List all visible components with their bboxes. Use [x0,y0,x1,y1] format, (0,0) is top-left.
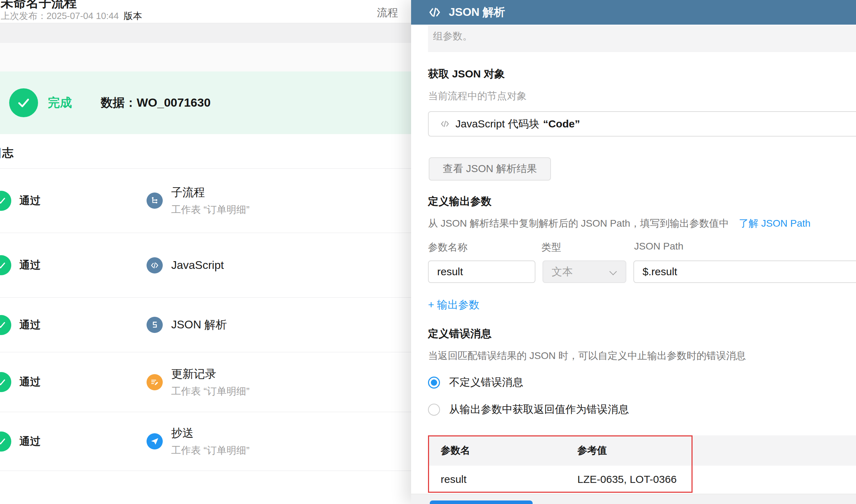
log-row-javascript[interactable]: 通过 JavaScript [0,233,411,298]
drawer-footer [411,494,856,504]
pass-check-icon [0,255,11,275]
pass-label: 通过 [19,318,41,332]
radio-from-output-label: 从输出参数中获取返回值作为错误消息 [449,402,629,417]
help-text-tail: 组参数。 [433,31,472,42]
output-params-desc: 从 JSON 解析结果中复制解析后的 JSON Path，填写到输出参数值中 [428,217,729,230]
json-source-node-field[interactable]: JavaScript 代码块 “Code” [428,111,856,137]
param-row: result 文本 $.result [411,260,856,283]
main-content: 未命名子流程 上次发布：2025-07-04 10:44 版本 流程 完成 数据… [0,0,411,504]
radio-row-from-output[interactable]: 从输出参数中获取返回值作为错误消息 [428,402,629,417]
view-json-result-button[interactable]: 查看 JSON 解析结果 [429,157,551,181]
get-json-heading: 获取 JSON 对象 [428,67,505,81]
save-button[interactable] [430,500,533,504]
result-table-col-value: 参考值 [577,444,607,457]
radio-selected-icon[interactable] [428,377,440,389]
drawer-title: JSON 解析 [449,5,505,20]
last-publish-text: 上次发布：2025-07-04 10:44 [1,10,119,22]
pass-check-icon [0,315,11,335]
error-message-desc: 当返回匹配错误结果的 JSON 时，可以自定义中止输出参数时的错误消息 [428,349,746,363]
toolbar-band [0,23,411,43]
code-icon [147,257,163,273]
step-subtitle: 工作表 “订单明细” [171,385,249,398]
pass-check-icon [0,372,11,392]
json-parse-icon [147,317,163,333]
step-title: 更新记录 [171,366,249,382]
pass-label: 通过 [19,194,41,208]
add-output-param-link[interactable]: + 输出参数 [428,298,479,312]
output-params-heading: 定义输出参数 [428,194,491,209]
step-title: 抄送 [171,426,249,441]
param-name-input[interactable]: result [428,260,535,283]
source-node-label: JavaScript 代码块 [455,117,539,131]
status-banner: 完成 数据：WO_0071630 [0,71,411,134]
update-record-icon [147,374,163,390]
col-param-type: 类型 [541,241,561,254]
log-row-subflow[interactable]: 通过 子流程 工作表 “订单明细” [0,169,411,233]
top-bar: 未命名子流程 上次发布：2025-07-04 10:44 版本 流程 [0,0,411,23]
tab-flow[interactable]: 流程 [377,6,398,20]
publish-meta: 上次发布：2025-07-04 10:44 版本 [1,10,142,23]
result-param-cell: result [441,473,466,485]
version-link[interactable]: 版本 [124,10,142,23]
log-row-update-record[interactable]: 通过 更新记录 工作表 “订单明细” [0,352,411,412]
result-table-header: 参数名 参考值 [428,435,856,466]
source-node-name: “Code” [543,118,580,130]
result-value-cell: LZE-0635, LOT-0366 [577,473,677,485]
pass-check-icon [0,431,11,452]
step-title: 子流程 [171,185,249,200]
code-icon [440,119,450,129]
learn-json-path-link[interactable]: 了解 JSON Path [739,217,811,230]
send-icon [147,433,163,449]
col-json-path: JSON Path [634,241,683,252]
pass-check-icon [0,191,11,211]
log-row-cc-send[interactable]: 通过 抄送 工作表 “订单明细” [0,412,411,471]
json-path-input[interactable]: $.result [633,260,856,283]
banner-status-label: 完成 [48,95,72,111]
radio-no-error-label: 不定义错误消息 [449,375,523,390]
step-title: JSON 解析 [171,317,227,333]
result-table-row: result LZE-0635, LOT-0366 [428,466,856,493]
json-parse-header-icon [428,6,441,19]
pass-label: 通过 [19,375,41,389]
log-row-json-parse[interactable]: 通过 JSON 解析 [0,298,411,352]
step-title: JavaScript [171,259,224,272]
success-check-icon [9,88,38,117]
output-params-desc-row: 从 JSON 解析结果中复制解析后的 JSON Path，填写到输出参数值中 了… [428,217,811,230]
log-section-title: 日志 [0,145,13,161]
drawer-header: JSON 解析 [411,0,856,25]
error-message-heading: 定义错误消息 [428,327,491,341]
help-text-block: 组参数。 [428,25,856,52]
step-subtitle: 工作表 “订单明细” [171,203,249,216]
radio-unselected-icon[interactable] [428,404,440,416]
param-type-value: 文本 [552,265,573,279]
result-table-col-param: 参数名 [441,444,470,457]
radio-row-no-error[interactable]: 不定义错误消息 [428,375,523,390]
get-json-sub: 当前流程中的节点对象 [428,89,527,103]
canvas-band [0,43,411,71]
json-parse-drawer: JSON 解析 组参数。 获取 JSON 对象 当前流程中的节点对象 JavaS… [411,0,856,504]
col-param-name: 参数名称 [428,241,467,254]
pass-label: 通过 [19,258,41,272]
pass-label: 通过 [19,434,41,449]
subflow-icon [147,193,163,209]
param-type-select[interactable]: 文本 [542,260,626,283]
execution-log-list: 通过 子流程 工作表 “订单明细” 通过 [0,168,411,471]
step-subtitle: 工作表 “订单明细” [171,444,249,457]
banner-data-label: 数据：WO_0071630 [101,95,211,111]
